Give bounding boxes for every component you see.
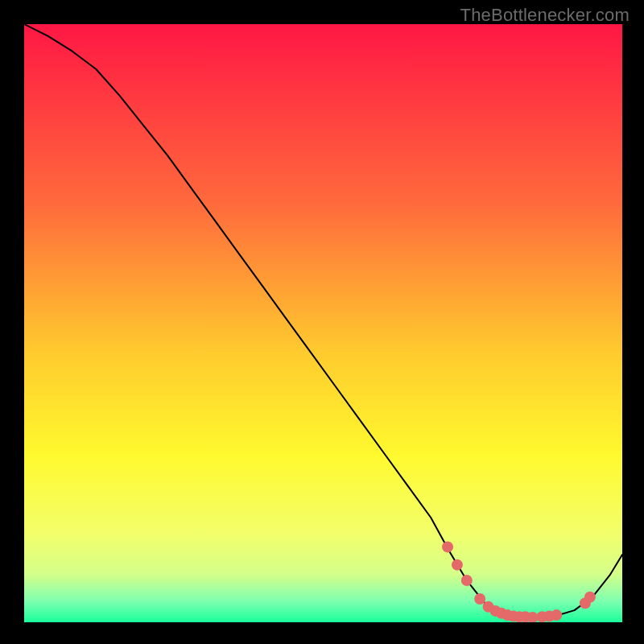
sweet-spot-point — [461, 575, 473, 586]
chart-background — [24, 24, 622, 622]
bottleneck-chart — [24, 24, 622, 622]
sweet-spot-point — [452, 559, 463, 571]
chart-plot-area — [24, 24, 622, 622]
sweet-spot-point — [551, 609, 562, 621]
sweet-spot-point — [442, 541, 453, 552]
sweet-spot-point — [584, 592, 596, 603]
sweet-spot-point — [474, 593, 485, 605]
attribution-text: TheBottlenecker.com — [460, 5, 630, 26]
